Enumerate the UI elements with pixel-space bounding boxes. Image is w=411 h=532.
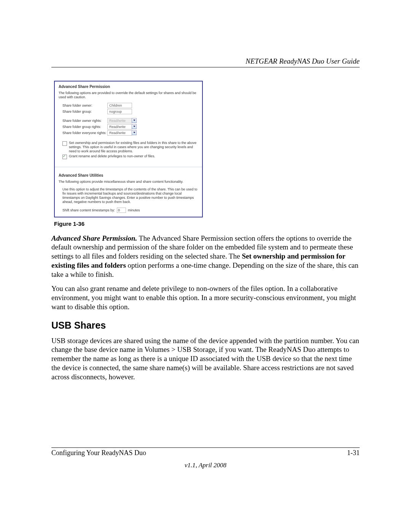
body-paragraph-1: Advanced Share Permission. The Advanced … (51, 234, 360, 279)
panel-title: Advanced Share Utilities (59, 173, 198, 177)
footer-row: Configuring Your ReadyNAS Duo 1-31 (51, 449, 360, 457)
footer-version: v1.1, April 2008 (51, 462, 360, 469)
panel-title: Advanced Share Permission (59, 85, 198, 89)
chevron-down-icon[interactable] (132, 118, 137, 123)
field-label: Share folder owner rights: (62, 119, 107, 123)
field-label: Share folder group: (62, 110, 107, 113)
footer-page-number: 1-31 (347, 449, 360, 457)
timestamp-shift-row: Shift share content timestamps by: 0 min… (62, 208, 198, 213)
field-label: Share folder everyone rights: (62, 131, 107, 135)
field-row-everyone-rights: Share folder everyone rights: Read/write (62, 130, 198, 136)
field-row-owner-rights: Share folder owner rights: Read/write (62, 118, 198, 123)
shift-minutes-input[interactable]: 0 (117, 208, 126, 213)
owner-input[interactable]: Children (107, 103, 132, 108)
set-ownership-checkbox[interactable] (62, 141, 67, 146)
checkbox-label: Set ownership and permission for existin… (69, 141, 198, 154)
panel-description: The following options are provided to ov… (59, 91, 198, 100)
page-header-title: NETGEAR ReadyNAS Duo User Guide (51, 57, 360, 66)
advanced-share-utilities-panel: Advanced Share Utilities The following o… (55, 170, 202, 216)
panel-separator (55, 167, 202, 167)
chevron-down-icon[interactable] (132, 124, 137, 129)
document-page: NETGEAR ReadyNAS Duo User Guide Advanced… (0, 0, 411, 532)
footer-chapter-title: Configuring Your ReadyNAS Duo (51, 449, 146, 457)
screenshot-figure: Advanced Share Permission The following … (54, 81, 203, 217)
set-ownership-checkbox-row: Set ownership and permission for existin… (62, 141, 198, 154)
shift-unit: minutes (128, 208, 140, 212)
group-input[interactable]: nogroup (107, 109, 132, 114)
figure-caption: Figure 1-36 (54, 220, 360, 227)
grant-rename-checkbox[interactable] (62, 155, 67, 159)
chevron-down-icon[interactable] (132, 130, 137, 135)
advanced-share-permission-panel: Advanced Share Permission The following … (55, 81, 202, 164)
field-row-owner: Share folder owner: Children (62, 103, 198, 108)
grant-rename-checkbox-row: Grant rename and delete privileges to no… (62, 154, 198, 159)
footer-rule (51, 447, 360, 448)
group-rights-select[interactable]: Read/write (107, 124, 132, 129)
shift-label: Shift share content timestamps by: (62, 208, 115, 212)
field-row-group-rights: Share folder group rights: Read/write (62, 124, 198, 129)
field-label: Share folder group rights: (62, 125, 107, 129)
body-paragraph-3: USB storage devices are shared using the… (51, 336, 360, 382)
owner-rights-select[interactable]: Read/write (107, 118, 132, 123)
paragraph-lead: Advanced Share Permission. (51, 234, 137, 242)
everyone-rights-select[interactable]: Read/write (107, 130, 132, 136)
body-paragraph-2: You can also grant rename and delete pri… (51, 284, 360, 311)
panel-note: Use this option to adjust the timestamps… (62, 187, 198, 204)
panel-description: The following options provide miscellane… (59, 180, 198, 184)
page-footer: Configuring Your ReadyNAS Duo 1-31 v1.1,… (51, 447, 360, 469)
header-rule (51, 67, 360, 67)
field-label: Share folder owner: (62, 104, 107, 107)
field-row-group: Share folder group: nogroup (62, 109, 198, 114)
checkbox-label: Grant rename and delete privileges to no… (69, 154, 155, 158)
usb-shares-heading: USB Shares (51, 320, 360, 331)
